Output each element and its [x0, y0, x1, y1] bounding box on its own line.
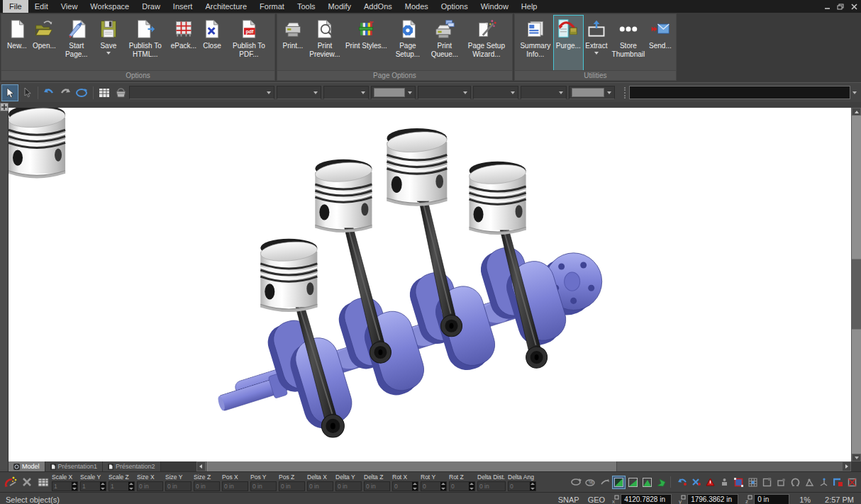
spinner[interactable] [128, 482, 134, 491]
scroll-right-icon[interactable] [842, 461, 851, 471]
menu-file[interactable]: File [3, 0, 28, 13]
print-button[interactable]: Print... [279, 16, 306, 70]
menu-modify[interactable]: Modify [322, 0, 357, 13]
y-coordinate-field[interactable]: 1796.3862 in [687, 494, 738, 504]
menu-insert[interactable]: Insert [167, 0, 199, 13]
erase-mark-icon[interactable] [690, 476, 702, 488]
print-preview-button[interactable]: Print Preview... [306, 16, 343, 70]
color-swatch-combo[interactable] [371, 86, 416, 99]
menu-edit[interactable]: Edit [28, 0, 55, 13]
spinner[interactable] [100, 482, 106, 491]
menu-draw[interactable]: Draw [135, 0, 167, 13]
tab-presentation1[interactable]: Présentation1 [45, 461, 104, 471]
page-setup-button[interactable]: Page Setup... [389, 16, 426, 70]
dimstyle-combo[interactable] [521, 86, 567, 99]
horizontal-scroll-thumb[interactable] [207, 461, 617, 471]
vertical-scroll-track[interactable] [852, 116, 861, 454]
menu-options[interactable]: Options [435, 0, 474, 13]
chevron-down-icon[interactable] [264, 86, 274, 99]
visual-style-gouraud-icon[interactable] [655, 476, 667, 488]
purge-button[interactable]: Purge... [554, 16, 583, 70]
snap-tracking-icon[interactable] [804, 476, 816, 488]
z-coordinate-field[interactable]: 0 in [754, 494, 789, 504]
scroll-down-icon[interactable] [852, 454, 861, 461]
command-input[interactable] [629, 86, 850, 99]
node-select-cursor-icon[interactable] [18, 85, 34, 101]
x-coordinate-field[interactable]: 4120.7828 in [621, 494, 672, 504]
start-page-button[interactable]: Start Page... [58, 16, 95, 70]
save-button[interactable]: Save [95, 16, 122, 70]
selection-area-icon[interactable] [733, 476, 745, 488]
command-history-chevron-icon[interactable] [850, 83, 859, 102]
spinner[interactable] [530, 482, 535, 491]
new-button[interactable]: New... [4, 16, 30, 70]
tab-presentation2[interactable]: Présentation2 [103, 461, 161, 471]
menu-addons[interactable]: AddOns [357, 0, 399, 13]
explode-wand-icon[interactable] [3, 475, 18, 489]
minimize-icon[interactable] [823, 3, 831, 10]
ortho-mode-icon[interactable] [761, 476, 773, 488]
geo-toggle[interactable]: GEO [588, 495, 605, 504]
menu-format[interactable]: Format [253, 0, 291, 13]
horizontal-scroll-track[interactable] [206, 461, 842, 471]
polar-tracking-icon[interactable] [775, 476, 787, 488]
send-button[interactable]: Send... [647, 16, 674, 70]
entity-snap-icon[interactable] [789, 476, 801, 488]
chevron-down-icon[interactable] [556, 86, 566, 99]
menu-architecture[interactable]: Architecture [199, 0, 253, 13]
spinner[interactable] [469, 482, 474, 491]
zoom-realtime-icon[interactable]: % [584, 476, 596, 488]
visual-style-flat-icon[interactable] [641, 476, 653, 488]
scroll-left-icon[interactable] [196, 461, 206, 471]
menu-modes[interactable]: Modes [399, 0, 435, 13]
chevron-down-icon[interactable] [405, 86, 415, 99]
menu-window[interactable]: Window [474, 0, 515, 13]
tab-model[interactable]: Model [9, 461, 45, 471]
extract-button[interactable]: Extract [583, 16, 610, 70]
publish-html-button[interactable]: Publish To HTML... [122, 16, 169, 70]
textstyle-combo[interactable] [473, 86, 518, 99]
dynamic-ucs-icon[interactable] [818, 476, 830, 488]
visual-style-hidden-icon[interactable] [627, 476, 639, 488]
scroll-up-icon[interactable] [852, 108, 861, 116]
crankshaft-pistons-model[interactable] [9, 108, 851, 461]
vertical-scrollbar[interactable] [851, 108, 861, 461]
undo-view-icon[interactable] [676, 476, 688, 488]
menu-help[interactable]: Help [515, 0, 544, 13]
store-thumbnail-button[interactable]: Store Thumbnail [610, 16, 647, 70]
block-figure-icon[interactable] [718, 476, 731, 488]
properties-table-icon[interactable] [35, 475, 50, 489]
viewport[interactable] [9, 108, 851, 461]
table-icon[interactable] [96, 85, 112, 101]
chevron-down-icon[interactable] [358, 86, 368, 99]
page-setup-wizard-button[interactable]: Page Setup Wizard... [463, 16, 510, 70]
menu-workspace[interactable]: Workspace [84, 0, 135, 13]
chevron-down-icon[interactable] [460, 86, 470, 99]
select-loop-icon[interactable] [74, 85, 89, 101]
pan-realtime-icon[interactable] [570, 476, 582, 488]
vertical-scroll-thumb[interactable] [852, 259, 861, 330]
ruler-origin-icon[interactable] [0, 103, 9, 111]
chevron-down-icon[interactable] [311, 86, 321, 99]
lineweight-display-icon[interactable] [832, 476, 844, 488]
chevron-down-icon[interactable] [508, 86, 518, 99]
print-basket-icon[interactable] [113, 85, 128, 101]
redo-icon[interactable] [57, 85, 73, 101]
undo-icon[interactable] [41, 85, 57, 101]
lineweight-combo[interactable] [418, 86, 471, 99]
menu-tools[interactable]: Tools [291, 0, 322, 13]
layer-combo[interactable] [277, 86, 321, 99]
print-queue-button[interactable]: Print Queue... [426, 16, 463, 70]
entity-properties-combo[interactable] [129, 86, 274, 99]
open-button[interactable]: Open... [30, 16, 58, 70]
publish-pdf-button[interactable]: pdf Publish To PDF... [226, 16, 272, 70]
spinner[interactable] [440, 482, 446, 491]
toolbar-drag-handle[interactable] [624, 87, 626, 99]
summary-info-button[interactable]: Summary Info... [517, 16, 554, 70]
select-cursor-icon[interactable] [2, 85, 18, 101]
linetype-combo[interactable] [323, 86, 369, 99]
print-styles-button[interactable]: Print Styles... [343, 16, 389, 70]
epack-button[interactable]: ePack... [169, 16, 199, 70]
chevron-down-icon[interactable] [604, 86, 614, 99]
warning-triangle-icon[interactable] [704, 476, 716, 488]
